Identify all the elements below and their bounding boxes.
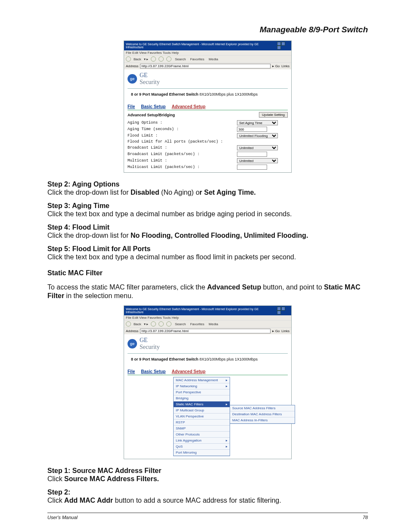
- step2-body: Click the drop-down list for Disabled (N…: [47, 188, 368, 197]
- favorites-button[interactable]: Favorites: [189, 57, 205, 61]
- aging-time-input[interactable]: [237, 127, 267, 132]
- tab-advanced-setup[interactable]: Advanced Setup: [171, 104, 205, 109]
- menu-ip-multicast-group[interactable]: IP Multicast Group: [174, 408, 230, 414]
- window-controls[interactable]: [277, 42, 290, 50]
- tab-file[interactable]: File: [128, 104, 135, 109]
- ge-logo-mark: ge: [128, 74, 137, 84]
- page-content: ge GESecurity 8 or 9 Port Managed Ethern…: [124, 69, 291, 172]
- window-title: Welcome to GE Security Ethernet Switch M…: [126, 308, 277, 314]
- page-header: Manageable 8/9-Port Switch: [47, 25, 368, 34]
- footer-left: User's Manual: [47, 515, 78, 520]
- address-input[interactable]: [140, 64, 271, 68]
- window-controls[interactable]: [277, 307, 290, 314]
- multicast-packets-input[interactable]: [237, 165, 267, 170]
- go-button[interactable]: ▸ Go: [272, 64, 280, 68]
- step4-title: Step 4: Flood Limit: [47, 224, 368, 231]
- section-title: Advanced Setup/Bridging: [128, 113, 175, 117]
- menu-port-mirroring[interactable]: Port Mirroring: [174, 450, 230, 456]
- footer-page-number: 78: [363, 515, 368, 520]
- bstep1-body: Click Source MAC Address Filters.: [47, 475, 368, 483]
- step4-body: Click the drop-down list for No Flooding…: [47, 231, 368, 240]
- flood-limit-select[interactable]: Unlimited Flooding: [237, 133, 278, 138]
- menu-static-mac-filters[interactable]: Static MAC Filters▸: [174, 401, 230, 408]
- menu-other-protocols[interactable]: Other Protocols: [174, 432, 230, 438]
- browser-menubar[interactable]: File Edit View Favorites Tools Help: [124, 50, 291, 55]
- label-multicast-limit: Multicast Limit :: [128, 159, 233, 163]
- step3-title: Step 3: Aging Time: [47, 202, 368, 210]
- label-flood-all-ports: Flood Limit for All ports (packets/sec) …: [128, 140, 233, 144]
- menu-qos[interactable]: QoS▸: [174, 444, 230, 450]
- menu-rstp[interactable]: RSTP: [174, 420, 230, 426]
- step5-title: Step 5: Flood Limit for All Ports: [47, 245, 368, 253]
- tab-basic-setup[interactable]: Basic Setup: [141, 104, 165, 109]
- submenu-mac-in-filters[interactable]: MAC Address In-Filters: [230, 417, 295, 423]
- step3-body: Click the text box and type a decimal nu…: [47, 210, 368, 218]
- static-mac-body: To access the static MAC filter paramete…: [47, 283, 368, 300]
- update-setting-button[interactable]: Update Setting: [259, 112, 288, 118]
- refresh-icon[interactable]: [159, 321, 164, 327]
- tab-file[interactable]: File: [128, 369, 135, 374]
- bstep2-body: Click Add MAC Addr button to add a sourc…: [47, 496, 368, 505]
- menu-snmp[interactable]: SNMP: [174, 426, 230, 432]
- menu-bridging[interactable]: Bridging: [174, 395, 230, 401]
- submenu-destination-mac-filters[interactable]: Destination MAC Address Filters: [230, 411, 295, 417]
- menu-link-aggregation[interactable]: Link Aggregation▸: [174, 438, 230, 444]
- bstep1-title: Step 1: Source MAC Address Filter: [47, 467, 368, 475]
- links-label: Links: [281, 64, 290, 68]
- subbrand: Security: [140, 79, 160, 85]
- step2-title: Step 2: Aging Options: [47, 180, 368, 188]
- label-aging-options: Aging Options :: [128, 121, 233, 125]
- tab-advanced-setup[interactable]: Advanced Setup: [171, 369, 205, 374]
- menu-vlan-perspective[interactable]: VLAN Perspective: [174, 414, 230, 420]
- ge-logo: ge GESecurity: [128, 337, 288, 351]
- browser-menubar[interactable]: File Edit View Favorites Tools Help: [124, 315, 291, 320]
- back-icon[interactable]: [126, 56, 131, 62]
- static-mac-submenu[interactable]: Source MAC Address Filters Destination M…: [230, 405, 295, 424]
- browser-toolbar[interactable]: Back ▾ ▸ Search Favorites Media: [124, 320, 291, 327]
- static-mac-title: Static MAC Filter: [47, 269, 368, 277]
- stop-icon[interactable]: [151, 321, 156, 327]
- address-bar: Address ▸ Go Links: [124, 327, 291, 334]
- broadcast-packets-input[interactable]: [237, 152, 267, 157]
- home-icon[interactable]: [166, 56, 171, 62]
- page-content: ge GESecurity 8 or 9 Port Managed Ethern…: [124, 334, 291, 459]
- media-button[interactable]: Media: [208, 57, 219, 61]
- device-description: 8 or 9 Port Managed Ethernet Switch 8X10…: [131, 92, 288, 96]
- brand: GE: [140, 72, 148, 78]
- ge-logo: ge GESecurity: [128, 72, 288, 86]
- label-broadcast-limit: Broadcast Limit :: [128, 146, 233, 150]
- bstep2-title: Step 2:: [47, 488, 368, 496]
- advanced-setup-menu[interactable]: MAC Address Management▸ IP Networking▸ P…: [173, 377, 230, 456]
- multicast-limit-select[interactable]: Unlimited: [237, 158, 278, 163]
- aging-options-select[interactable]: Set Aging Time: [237, 120, 278, 125]
- submenu-source-mac-filters[interactable]: Source MAC Address Filters: [230, 405, 295, 411]
- screenshot-bridging: Welcome to GE Security Ethernet Switch M…: [124, 40, 292, 173]
- window-titlebar: Welcome to GE Security Ethernet Switch M…: [124, 306, 291, 315]
- window-titlebar: Welcome to GE Security Ethernet Switch M…: [124, 41, 291, 50]
- broadcast-limit-select[interactable]: Unlimited: [237, 145, 278, 150]
- browser-toolbar[interactable]: Back ▾ ▸ Search Favorites Media: [124, 55, 291, 62]
- screenshot-static-mac-menu: Welcome to GE Security Ethernet Switch M…: [124, 305, 292, 459]
- menu-mac-address-management[interactable]: MAC Address Management▸: [174, 377, 230, 383]
- menu-ip-networking[interactable]: IP Networking▸: [174, 383, 230, 389]
- back-label: Back: [134, 57, 141, 61]
- address-input[interactable]: [140, 329, 271, 333]
- stop-icon[interactable]: [151, 56, 156, 62]
- refresh-icon[interactable]: [159, 56, 164, 62]
- window-title: Welcome to GE Security Ethernet Switch M…: [126, 43, 277, 49]
- home-icon[interactable]: [166, 321, 171, 327]
- menu-port-perspective[interactable]: Port Perspective: [174, 389, 230, 395]
- label-flood-limit: Flood Limit :: [128, 134, 233, 138]
- address-label: Address: [126, 64, 138, 68]
- label-broadcast-packets: Broadcast Limit (packets/sec) :: [128, 152, 233, 156]
- label-aging-time: Aging Time (seconds) :: [128, 127, 233, 131]
- step5-body: Click the text box and type a decimal nu…: [47, 253, 368, 261]
- label-multicast-packets: Multicast Limit (packets/sec) :: [128, 165, 233, 169]
- address-bar: Address ▸ Go Links: [124, 62, 291, 69]
- search-button[interactable]: Search: [174, 57, 187, 61]
- back-icon[interactable]: [126, 321, 131, 327]
- tab-basic-setup[interactable]: Basic Setup: [141, 369, 165, 374]
